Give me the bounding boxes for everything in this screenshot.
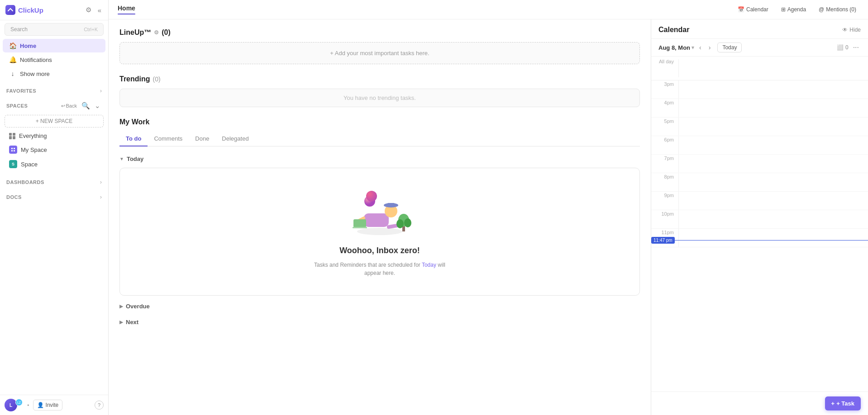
invite-button[interactable]: 👤 Invite	[33, 400, 63, 410]
slot-6pm[interactable]	[678, 136, 868, 154]
calendar-nav: Aug 8, Mon ▾ ‹ › Today ⬜ 0 ···	[651, 39, 868, 57]
overdue-label: Overdue	[126, 303, 150, 310]
sidebar-item-show-more[interactable]: ↓ Show more	[3, 67, 105, 80]
hour-row-10pm: 10pm	[651, 210, 868, 229]
inbox-desc-part1: Tasks and Reminders that are scheduled f…	[314, 262, 422, 268]
home-icon: 🏠	[9, 42, 16, 49]
inbox-desc-highlight: Today	[422, 262, 436, 268]
app-name: ClickUp	[18, 6, 43, 14]
calendar-title: Calendar	[658, 26, 689, 34]
svg-point-15	[396, 219, 404, 228]
back-arrow-icon: ↩	[61, 103, 65, 109]
hour-row-7pm: 7pm	[651, 155, 868, 173]
calendar-hide-btn[interactable]: 👁 Hide	[842, 27, 861, 33]
calendar-body[interactable]: All day 3pm 4pm 5pm	[651, 57, 868, 391]
sidebar-header-icons: ⚙ «	[84, 5, 103, 15]
tab-comments[interactable]: Comments	[148, 132, 189, 146]
new-space-button[interactable]: + NEW SPACE	[5, 115, 104, 127]
time-3pm: 3pm	[651, 80, 678, 99]
dashboards-label: DASHBOARDS	[6, 179, 44, 185]
svg-rect-1	[14, 148, 15, 149]
calendar-header-btn[interactable]: 📅 Calendar	[735, 5, 771, 14]
calendar-prev-btn[interactable]: ‹	[697, 43, 704, 52]
agenda-header-btn[interactable]: ⊞ Agenda	[778, 5, 809, 14]
collapse-sidebar-icon[interactable]: «	[96, 5, 103, 15]
lineup-count: (0)	[162, 28, 171, 37]
svg-rect-0	[11, 148, 13, 149]
tab-done[interactable]: Done	[189, 132, 215, 146]
calendar-today-btn[interactable]: Today	[717, 42, 742, 52]
settings-icon[interactable]: ⚙	[84, 5, 93, 15]
calendar-next-btn[interactable]: ›	[706, 43, 713, 52]
search-shortcut: Ctrl+K	[84, 27, 98, 32]
page-title-area: Home	[118, 5, 135, 14]
tab-todo[interactable]: To do	[119, 132, 148, 146]
sidebar-item-notifications[interactable]: 🔔 Notifications	[3, 53, 105, 66]
sidebar-item-show-more-label: Show more	[20, 71, 50, 77]
slot-3pm[interactable]	[678, 80, 868, 99]
add-task-button[interactable]: + + Task	[825, 396, 861, 410]
mentions-header-btn[interactable]: @ Mentions (0)	[816, 5, 859, 14]
svg-rect-8	[387, 203, 395, 207]
next-section: ▶ Next	[119, 317, 640, 327]
slot-4pm[interactable]	[678, 99, 868, 117]
spaces-back-btn[interactable]: ↩ Back	[60, 100, 78, 111]
illustration-ball	[366, 191, 377, 202]
help-button[interactable]: ?	[95, 401, 104, 410]
calendar-header: Calendar 👁 Hide	[651, 19, 868, 39]
tab-todo-label: To do	[126, 135, 141, 142]
all-day-row: All day	[651, 57, 868, 80]
calendar-btn-label: Calendar	[746, 6, 768, 13]
user-avatar-lz[interactable]: LZ	[15, 399, 23, 406]
next-toggle[interactable]: ▶ Next	[119, 317, 640, 327]
slot-8pm[interactable]	[678, 173, 868, 191]
mentions-btn-label: Mentions (0)	[826, 6, 856, 13]
spaces-search-icon[interactable]: 🔍	[80, 100, 91, 111]
eye-icon: 👁	[842, 27, 848, 33]
all-day-label: All day	[651, 59, 678, 77]
slot-5pm[interactable]	[678, 118, 868, 136]
overdue-toggle[interactable]: ▶ Overdue	[119, 301, 640, 311]
time-7pm: 7pm	[651, 155, 678, 173]
clickup-logo[interactable]: ClickUp	[5, 5, 43, 15]
next-toggle-arrow: ▶	[119, 320, 123, 325]
docs-expand-icon[interactable]: ›	[100, 193, 102, 200]
dashboards-expand-icon[interactable]: ›	[100, 179, 102, 185]
sidebar-bottom: L LZ • 👤 Invite ?	[0, 395, 108, 415]
logo-icon	[5, 5, 15, 15]
current-time-line	[675, 240, 868, 241]
tab-delegated[interactable]: Delegated	[215, 132, 255, 146]
lineup-settings-icon[interactable]: ⚙	[154, 29, 159, 36]
lineup-title: LineUp™ ⚙ (0)	[119, 28, 640, 37]
time-5pm: 5pm	[651, 118, 678, 136]
sidebar-item-my-space[interactable]: My Space	[3, 143, 105, 156]
slot-10pm[interactable]	[678, 210, 868, 228]
search-bar[interactable]: Search Ctrl+K	[5, 23, 104, 36]
slot-7pm[interactable]	[678, 155, 868, 173]
inbox-zero-title: Woohoo, Inbox zero!	[339, 246, 420, 255]
person-icon: 👤	[37, 402, 44, 408]
sidebar-header: ClickUp ⚙ «	[0, 0, 108, 20]
lineup-add-tasks-box[interactable]: + Add your most important tasks here.	[119, 42, 640, 64]
svg-rect-5	[364, 213, 389, 227]
work-tabs: To do Comments Done Delegated	[119, 132, 640, 146]
today-toggle[interactable]: ▼ Today	[119, 154, 640, 164]
slot-9pm[interactable]	[678, 192, 868, 210]
calendar-more-btn[interactable]: ···	[851, 42, 861, 52]
svg-rect-2	[11, 150, 13, 151]
hour-row-3pm: 3pm	[651, 80, 868, 99]
tab-done-label: Done	[195, 135, 209, 142]
calendar-date-label[interactable]: Aug 8, Mon ▾	[658, 44, 694, 51]
favorites-expand-icon[interactable]: ›	[100, 87, 102, 94]
sidebar-item-space[interactable]: S Space	[3, 157, 105, 171]
trending-empty-box: You have no trending tasks.	[119, 89, 640, 107]
spaces-chevron-icon[interactable]: ⌄	[93, 100, 102, 111]
calendar-header-actions: 👁 Hide	[842, 27, 861, 33]
calendar-count: ⬜ 0	[837, 44, 849, 51]
sidebar-item-home[interactable]: 🏠 Home	[3, 39, 105, 52]
avatar-initials: L	[10, 403, 12, 408]
sidebar-item-everything[interactable]: Everything	[3, 130, 105, 142]
time-grid: 3pm 4pm 5pm 6pm	[651, 80, 868, 247]
svg-point-4	[357, 228, 402, 235]
title-underline	[118, 14, 135, 14]
